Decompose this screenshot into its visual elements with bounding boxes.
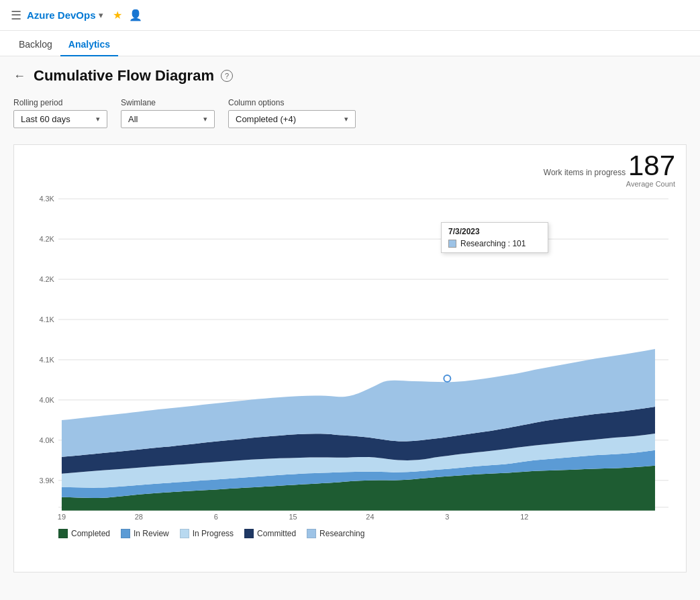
chevron-down-icon: ▾ xyxy=(96,115,100,123)
legend-item-researching: Researching xyxy=(307,529,364,538)
svg-text:May: May xyxy=(55,519,69,521)
column-options-label: Column options xyxy=(228,98,356,107)
legend-label-completed: Completed xyxy=(71,529,110,538)
svg-text:4.2K: 4.2K xyxy=(39,235,54,243)
legend-item-completed: Completed xyxy=(58,529,110,538)
svg-text:4.0K: 4.0K xyxy=(39,396,54,404)
swimlane-value: All xyxy=(128,114,138,124)
column-options-select[interactable]: Completed (+4) ▾ xyxy=(228,110,356,128)
tab-analytics[interactable]: Analytics xyxy=(60,34,118,56)
legend-swatch-researching xyxy=(307,529,316,538)
svg-text:Jun: Jun xyxy=(210,519,222,521)
svg-text:4.1K: 4.1K xyxy=(39,315,54,323)
cumulative-flow-chart: 4.3K 4.2K 4.2K 4.1K 4.1K 4.0K 4.0K 3.9K xyxy=(25,192,675,521)
back-button[interactable]: ← xyxy=(13,69,26,83)
legend-label-in-review: In Review xyxy=(134,529,169,538)
tooltip-dot xyxy=(444,375,450,382)
help-icon[interactable]: ? xyxy=(221,70,233,82)
svg-text:Jul: Jul xyxy=(442,519,452,521)
legend-item-in-review: In Review xyxy=(121,529,169,538)
legend-item-in-progress: In Progress xyxy=(180,529,234,538)
column-options-group: Column options Completed (+4) ▾ xyxy=(228,98,356,128)
tab-bar: Backlog Analytics xyxy=(0,31,700,56)
app-title[interactable]: Azure DevOps xyxy=(27,9,96,21)
page-title: Cumulative Flow Diagram xyxy=(34,67,214,85)
svg-text:4.3K: 4.3K xyxy=(39,195,54,203)
legend-swatch-in-progress xyxy=(180,529,189,538)
rolling-period-select[interactable]: Last 60 days ▾ xyxy=(13,110,107,128)
column-options-value: Completed (+4) xyxy=(236,114,296,124)
svg-text:28: 28 xyxy=(135,513,143,521)
chart-legend: Completed In Review In Progress Committe… xyxy=(25,529,675,538)
legend-swatch-committed xyxy=(244,529,254,538)
svg-text:4.1K: 4.1K xyxy=(39,356,54,364)
svg-text:3.9K: 3.9K xyxy=(39,477,54,485)
dropdown-arrow[interactable]: ▾ xyxy=(99,10,103,20)
chevron-down-icon: ▾ xyxy=(344,115,348,123)
svg-text:15: 15 xyxy=(289,513,297,521)
swimlane-label: Swimlane xyxy=(121,98,215,107)
svg-text:24: 24 xyxy=(366,513,374,521)
favorite-icon[interactable]: ★ xyxy=(113,9,122,21)
person-icon[interactable]: 👤 xyxy=(129,9,142,21)
chevron-down-icon: ▾ xyxy=(203,115,207,123)
rolling-period-label: Rolling period xyxy=(13,98,107,107)
rolling-period-group: Rolling period Last 60 days ▾ xyxy=(13,98,107,128)
svg-text:4.0K: 4.0K xyxy=(39,436,54,444)
filter-row: Rolling period Last 60 days ▾ Swimlane A… xyxy=(13,98,687,128)
legend-item-committed: Committed xyxy=(244,529,296,538)
swimlane-group: Swimlane All ▾ xyxy=(121,98,215,128)
legend-label-in-progress: In Progress xyxy=(193,529,234,538)
stats-value: 187 xyxy=(628,150,675,181)
chart-svg-wrap: 4.3K 4.2K 4.2K 4.1K 4.1K 4.0K 4.0K 3.9K xyxy=(25,192,675,521)
legend-swatch-completed xyxy=(58,529,68,538)
legend-label-researching: Researching xyxy=(319,529,364,538)
rolling-period-value: Last 60 days xyxy=(21,114,70,124)
swimlane-select[interactable]: All ▾ xyxy=(121,110,215,128)
page-header: ← Cumulative Flow Diagram ? xyxy=(13,67,687,85)
chart-container: Work items in progress 187 Average Count… xyxy=(13,144,687,572)
legend-swatch-in-review xyxy=(121,529,130,538)
chart-stats: Work items in progress 187 Average Count xyxy=(25,152,675,188)
page-content: ← Cumulative Flow Diagram ? Rolling peri… xyxy=(0,56,700,600)
app-header: ☰ Azure DevOps ▾ ★ 👤 xyxy=(0,0,700,31)
svg-text:12: 12 xyxy=(520,513,528,521)
menu-icon[interactable]: ☰ xyxy=(11,8,21,23)
legend-label-committed: Committed xyxy=(257,529,296,538)
tab-backlog[interactable]: Backlog xyxy=(11,34,60,56)
stats-sublabel: Average Count xyxy=(25,180,675,188)
stats-label: Work items in progress xyxy=(544,168,626,177)
svg-text:4.2K: 4.2K xyxy=(39,275,54,283)
